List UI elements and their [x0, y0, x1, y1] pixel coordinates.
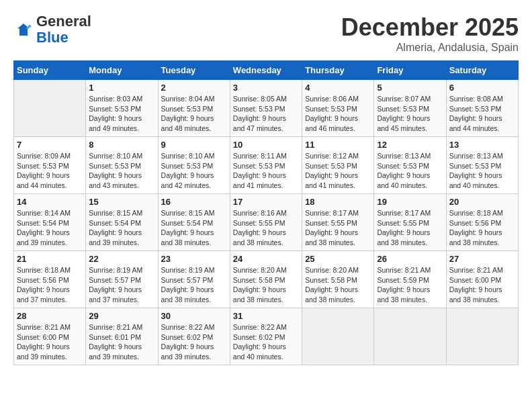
calendar-cell: 19Sunrise: 8:17 AMSunset: 5:55 PMDayligh…: [374, 194, 446, 251]
calendar-header: SundayMondayTuesdayWednesdayThursdayFrid…: [14, 61, 519, 80]
calendar-table: SundayMondayTuesdayWednesdayThursdayFrid…: [13, 60, 519, 365]
day-info: Sunrise: 8:22 AMSunset: 6:02 PMDaylight:…: [161, 322, 227, 362]
calendar-cell: [14, 80, 86, 137]
calendar-cell: 27Sunrise: 8:21 AMSunset: 6:00 PMDayligh…: [446, 251, 518, 308]
day-number: 28: [17, 311, 83, 321]
weekday-header-monday: Monday: [86, 61, 158, 80]
calendar-cell: 8Sunrise: 8:10 AMSunset: 5:53 PMDaylight…: [86, 137, 158, 194]
calendar-cell: 10Sunrise: 8:11 AMSunset: 5:53 PMDayligh…: [230, 137, 302, 194]
day-info: Sunrise: 8:21 AMSunset: 5:59 PMDaylight:…: [377, 265, 443, 305]
day-number: 26: [377, 254, 443, 264]
day-info: Sunrise: 8:14 AMSunset: 5:54 PMDaylight:…: [17, 208, 83, 248]
day-info: Sunrise: 8:08 AMSunset: 5:53 PMDaylight:…: [449, 94, 515, 134]
day-number: 27: [449, 254, 515, 264]
calendar-cell: [302, 308, 374, 365]
day-number: 22: [89, 254, 154, 264]
day-number: 9: [161, 140, 227, 150]
logo-icon: [13, 19, 34, 40]
day-info: Sunrise: 8:03 AMSunset: 5:53 PMDaylight:…: [89, 94, 154, 134]
calendar-cell: 28Sunrise: 8:21 AMSunset: 6:00 PMDayligh…: [14, 308, 86, 365]
day-number: 1: [89, 83, 154, 93]
calendar-cell: 4Sunrise: 8:06 AMSunset: 5:53 PMDaylight…: [302, 80, 374, 137]
day-number: 3: [233, 83, 299, 93]
weekday-header-friday: Friday: [374, 61, 446, 80]
calendar-cell: 6Sunrise: 8:08 AMSunset: 5:53 PMDaylight…: [446, 80, 518, 137]
day-info: Sunrise: 8:18 AMSunset: 5:56 PMDaylight:…: [449, 208, 515, 248]
calendar-cell: 20Sunrise: 8:18 AMSunset: 5:56 PMDayligh…: [446, 194, 518, 251]
day-info: Sunrise: 8:13 AMSunset: 5:53 PMDaylight:…: [449, 151, 515, 191]
day-info: Sunrise: 8:21 AMSunset: 6:01 PMDaylight:…: [89, 322, 154, 362]
day-info: Sunrise: 8:22 AMSunset: 6:02 PMDaylight:…: [233, 322, 299, 362]
calendar-cell: 16Sunrise: 8:15 AMSunset: 5:54 PMDayligh…: [158, 194, 230, 251]
logo: General Blue: [13, 13, 91, 46]
calendar-week-row: 21Sunrise: 8:18 AMSunset: 5:56 PMDayligh…: [14, 251, 519, 308]
calendar-cell: 15Sunrise: 8:15 AMSunset: 5:54 PMDayligh…: [86, 194, 158, 251]
logo-general-text: General: [36, 13, 91, 30]
weekday-header-sunday: Sunday: [14, 61, 86, 80]
day-info: Sunrise: 8:10 AMSunset: 5:53 PMDaylight:…: [161, 151, 227, 191]
calendar-cell: 14Sunrise: 8:14 AMSunset: 5:54 PMDayligh…: [14, 194, 86, 251]
calendar-week-row: 14Sunrise: 8:14 AMSunset: 5:54 PMDayligh…: [14, 194, 519, 251]
day-number: 20: [449, 197, 515, 207]
calendar-body: 1Sunrise: 8:03 AMSunset: 5:53 PMDaylight…: [14, 80, 519, 365]
day-number: 2: [161, 83, 227, 93]
day-info: Sunrise: 8:16 AMSunset: 5:55 PMDaylight:…: [233, 208, 299, 248]
day-info: Sunrise: 8:10 AMSunset: 5:53 PMDaylight:…: [89, 151, 154, 191]
month-title: December 2025: [341, 13, 519, 42]
weekday-header-tuesday: Tuesday: [158, 61, 230, 80]
calendar-cell: 5Sunrise: 8:07 AMSunset: 5:53 PMDaylight…: [374, 80, 446, 137]
day-info: Sunrise: 8:18 AMSunset: 5:56 PMDaylight:…: [17, 265, 83, 305]
day-info: Sunrise: 8:21 AMSunset: 6:00 PMDaylight:…: [449, 265, 515, 305]
day-info: Sunrise: 8:17 AMSunset: 5:55 PMDaylight:…: [377, 208, 443, 248]
day-info: Sunrise: 8:20 AMSunset: 5:58 PMDaylight:…: [233, 265, 299, 305]
calendar-cell: 12Sunrise: 8:13 AMSunset: 5:53 PMDayligh…: [374, 137, 446, 194]
day-info: Sunrise: 8:06 AMSunset: 5:53 PMDaylight:…: [305, 94, 371, 134]
day-info: Sunrise: 8:12 AMSunset: 5:53 PMDaylight:…: [305, 151, 371, 191]
calendar-cell: 25Sunrise: 8:20 AMSunset: 5:58 PMDayligh…: [302, 251, 374, 308]
calendar-week-row: 7Sunrise: 8:09 AMSunset: 5:53 PMDaylight…: [14, 137, 519, 194]
day-info: Sunrise: 8:05 AMSunset: 5:53 PMDaylight:…: [233, 94, 299, 134]
day-number: 29: [89, 311, 154, 321]
calendar-cell: 29Sunrise: 8:21 AMSunset: 6:01 PMDayligh…: [86, 308, 158, 365]
day-number: 16: [161, 197, 227, 207]
day-number: 14: [17, 197, 83, 207]
title-block: December 2025 Almeria, Andalusia, Spain: [341, 13, 519, 54]
calendar-cell: 30Sunrise: 8:22 AMSunset: 6:02 PMDayligh…: [158, 308, 230, 365]
day-info: Sunrise: 8:11 AMSunset: 5:53 PMDaylight:…: [233, 151, 299, 191]
calendar-cell: 9Sunrise: 8:10 AMSunset: 5:53 PMDaylight…: [158, 137, 230, 194]
logo-blue-text: Blue: [36, 29, 69, 46]
day-number: 13: [449, 140, 515, 150]
calendar-cell: 17Sunrise: 8:16 AMSunset: 5:55 PMDayligh…: [230, 194, 302, 251]
weekday-header-wednesday: Wednesday: [230, 61, 302, 80]
page-header: General Blue December 2025 Almeria, Anda…: [13, 13, 519, 54]
calendar-week-row: 1Sunrise: 8:03 AMSunset: 5:53 PMDaylight…: [14, 80, 519, 137]
day-info: Sunrise: 8:09 AMSunset: 5:53 PMDaylight:…: [17, 151, 83, 191]
day-number: 7: [17, 140, 83, 150]
calendar-cell: [446, 308, 518, 365]
location-subtitle: Almeria, Andalusia, Spain: [341, 42, 519, 54]
day-number: 24: [233, 254, 299, 264]
calendar-cell: 21Sunrise: 8:18 AMSunset: 5:56 PMDayligh…: [14, 251, 86, 308]
day-number: 15: [89, 197, 154, 207]
weekday-header-row: SundayMondayTuesdayWednesdayThursdayFrid…: [14, 61, 519, 80]
calendar-cell: 11Sunrise: 8:12 AMSunset: 5:53 PMDayligh…: [302, 137, 374, 194]
day-number: 21: [17, 254, 83, 264]
day-number: 8: [89, 140, 154, 150]
day-number: 5: [377, 83, 443, 93]
day-number: 10: [233, 140, 299, 150]
calendar-cell: 3Sunrise: 8:05 AMSunset: 5:53 PMDaylight…: [230, 80, 302, 137]
day-number: 12: [377, 140, 443, 150]
weekday-header-thursday: Thursday: [302, 61, 374, 80]
calendar-cell: [374, 308, 446, 365]
calendar-cell: 2Sunrise: 8:04 AMSunset: 5:53 PMDaylight…: [158, 80, 230, 137]
calendar-cell: 24Sunrise: 8:20 AMSunset: 5:58 PMDayligh…: [230, 251, 302, 308]
day-info: Sunrise: 8:07 AMSunset: 5:53 PMDaylight:…: [377, 94, 443, 134]
weekday-header-saturday: Saturday: [446, 61, 518, 80]
calendar-cell: 23Sunrise: 8:19 AMSunset: 5:57 PMDayligh…: [158, 251, 230, 308]
day-number: 30: [161, 311, 227, 321]
calendar-cell: 18Sunrise: 8:17 AMSunset: 5:55 PMDayligh…: [302, 194, 374, 251]
calendar-cell: 13Sunrise: 8:13 AMSunset: 5:53 PMDayligh…: [446, 137, 518, 194]
day-number: 6: [449, 83, 515, 93]
day-info: Sunrise: 8:15 AMSunset: 5:54 PMDaylight:…: [161, 208, 227, 248]
calendar-cell: 31Sunrise: 8:22 AMSunset: 6:02 PMDayligh…: [230, 308, 302, 365]
